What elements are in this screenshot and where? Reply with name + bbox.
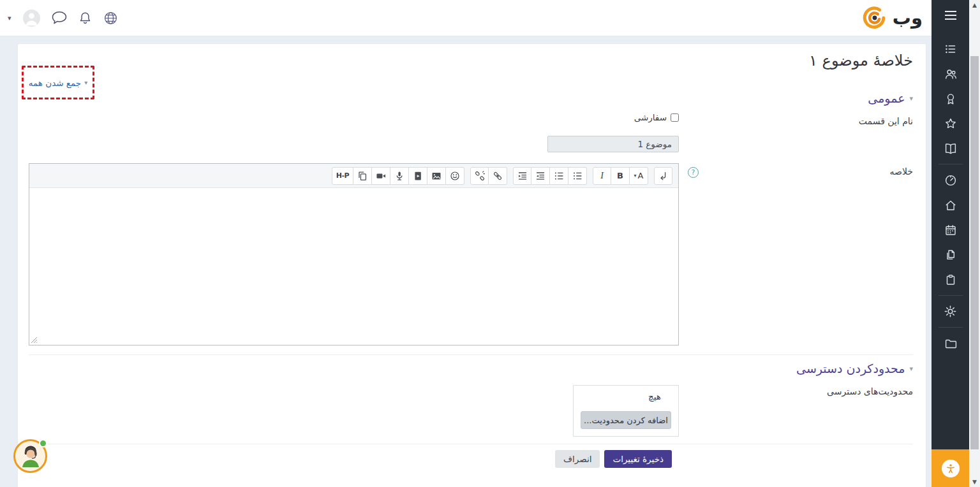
section-header-general[interactable]: ▾ عمومی [868, 91, 913, 105]
copy-icon[interactable] [353, 167, 372, 185]
chevron-down-icon: ▾ [84, 79, 87, 86]
user-avatar[interactable] [23, 10, 40, 27]
content-bank-clipboard-icon[interactable] [932, 267, 969, 292]
scroll-up-icon[interactable]: ▲ [969, 2, 980, 8]
toolbar-group-links [470, 167, 507, 185]
online-status-badge [39, 439, 47, 447]
h5p-button[interactable]: H-P [332, 167, 353, 185]
restrictions-none-text: هیچ [648, 391, 661, 402]
toolbar-group-collapse [654, 167, 672, 185]
rail-divider [939, 164, 963, 164]
badges-award-icon[interactable] [932, 86, 969, 111]
settings-gear-icon[interactable] [932, 299, 969, 324]
resize-handle-icon[interactable] [31, 337, 38, 344]
scrollbar-thumb[interactable] [970, 56, 979, 449]
section-divider [29, 444, 913, 444]
vertical-scrollbar[interactable]: ▲ ▼ [969, 0, 980, 487]
image-icon[interactable] [427, 167, 446, 185]
side-rail-icons [932, 36, 969, 356]
grades-book-icon[interactable] [932, 136, 969, 161]
rail-divider [939, 327, 963, 328]
outdent-icon[interactable] [531, 167, 550, 185]
edit-section-form-card: خلاصهٔ موضوع ۱ ▾ جمع شدن همه ▾ عمومی نام… [17, 43, 926, 487]
menu-hamburger-icon[interactable] [945, 11, 956, 20]
participants-icon[interactable] [932, 61, 969, 86]
scroll-down-icon[interactable]: ▼ [969, 479, 980, 485]
help-icon[interactable]: ? [688, 167, 699, 178]
media-file-icon[interactable] [409, 167, 427, 185]
top-navbar: ▾ وب [0, 0, 932, 36]
home-icon[interactable] [932, 193, 969, 217]
course-index-list-icon[interactable] [932, 36, 969, 61]
bell-icon[interactable] [78, 11, 92, 25]
section-divider [29, 354, 913, 355]
summary-label: خلاصه [890, 166, 913, 177]
custom-name-checkbox-label: سفارشی [634, 112, 667, 122]
form-actions: ذخیرهٔ تغییرات انصراف [555, 450, 672, 468]
collapse-all-label: جمع شدن همه [29, 78, 81, 88]
chevron-down-icon: ▾ [909, 365, 913, 373]
unordered-list-icon[interactable] [568, 167, 587, 185]
section-general-title: عمومی [868, 91, 905, 105]
globe-icon[interactable] [103, 11, 118, 25]
avatar-person-icon [23, 10, 40, 27]
star-favourites-icon[interactable] [932, 111, 969, 136]
collapse-all-link[interactable]: ▾ جمع شدن همه [29, 78, 87, 88]
link-icon[interactable] [489, 167, 507, 185]
indent-icon[interactable] [513, 167, 531, 185]
site-logo-text: وب [893, 7, 923, 29]
chat-icon[interactable] [52, 11, 67, 25]
save-changes-button[interactable]: ذخیرهٔ تغییرات [604, 450, 672, 468]
add-restriction-button[interactable]: اضافه کردن محدودیت... [581, 411, 671, 429]
section-header-restrict-access[interactable]: ▾ محدودکردن دسترسی [796, 361, 913, 375]
site-logo[interactable]: وب [861, 4, 923, 31]
support-agent-avatar [17, 443, 44, 470]
course-side-rail [932, 0, 969, 487]
section-restrict-title: محدودکردن دسترسی [796, 361, 905, 375]
video-icon[interactable] [372, 167, 390, 185]
page-title: خلاصهٔ موضوع ۱ [809, 52, 913, 69]
files-folder-icon[interactable] [932, 331, 969, 356]
chevron-down-icon[interactable]: ▾ [8, 14, 11, 22]
ordered-list-icon[interactable] [550, 167, 568, 185]
custom-name-checkbox-row: سفارشی [634, 112, 679, 122]
section-name-input[interactable] [547, 136, 679, 152]
collapse-toolbar-arrow-icon[interactable] [654, 167, 672, 185]
toolbar-group-media: H-P [332, 167, 464, 185]
calendar-icon[interactable] [932, 217, 969, 242]
logo-swirl-icon [861, 4, 888, 31]
emoticon-icon[interactable] [446, 167, 464, 185]
section-name-label: نام این قسمت [859, 116, 913, 126]
dashboard-speedometer-icon[interactable] [932, 168, 969, 193]
support-chat-widget[interactable] [13, 439, 47, 473]
cancel-button[interactable]: انصراف [555, 450, 600, 468]
chevron-down-icon: ▾ [634, 173, 637, 178]
editor-toolbar: H-P [29, 164, 678, 188]
access-restrictions-label: محدودیت‌های دسترسی [827, 386, 913, 396]
record-audio-icon[interactable] [390, 167, 409, 185]
summary-editor: H-P [29, 163, 679, 345]
chevron-down-icon: ▾ [909, 94, 913, 103]
paragraph-format-dropdown[interactable]: ▾ A [630, 167, 648, 185]
accessibility-button[interactable] [932, 449, 969, 487]
toolbar-group-format: I B ▾ A [593, 167, 648, 185]
accessibility-person-icon [942, 460, 960, 477]
private-files-icon[interactable] [932, 242, 969, 267]
unlink-icon[interactable] [470, 167, 489, 185]
bold-button[interactable]: B [611, 167, 630, 185]
toolbar-group-lists [513, 167, 587, 185]
annotation-red-dashed-box: ▾ جمع شدن همه [22, 66, 94, 99]
rail-divider [939, 295, 963, 296]
topbar-user-tools: ▾ [8, 10, 118, 27]
editor-text-area[interactable] [29, 188, 678, 345]
custom-name-checkbox[interactable] [671, 113, 679, 122]
restrictions-box: هیچ اضافه کردن محدودیت... [573, 385, 679, 437]
italic-button[interactable]: I [593, 167, 611, 185]
